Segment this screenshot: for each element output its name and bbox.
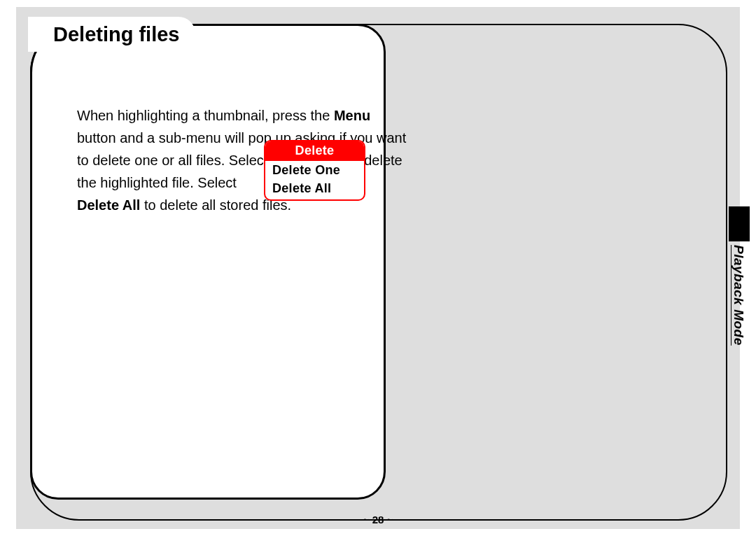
text-bold-menu: Menu	[334, 108, 370, 123]
section-title: Deleting files	[53, 23, 180, 46]
section-title-tab: Deleting files	[28, 17, 195, 52]
delete-menu-popup: Delete Delete One Delete All	[264, 140, 365, 201]
section-side-label: Playback Mode	[728, 245, 749, 364]
page-number: ~ 28 ~	[0, 514, 756, 526]
text-bold-delete-all: Delete All	[77, 197, 140, 213]
thumb-index-tab	[729, 206, 750, 241]
text-seg-1: When highlighting a thumbnail, press the	[77, 108, 334, 123]
content-card: When highlighting a thumbnail, press the…	[30, 24, 386, 500]
delete-menu-header: Delete	[265, 141, 364, 161]
menu-option-delete-all[interactable]: Delete All	[265, 179, 364, 199]
menu-option-delete-one[interactable]: Delete One	[265, 161, 364, 179]
section-side-label-text: Playback Mode	[731, 245, 746, 346]
